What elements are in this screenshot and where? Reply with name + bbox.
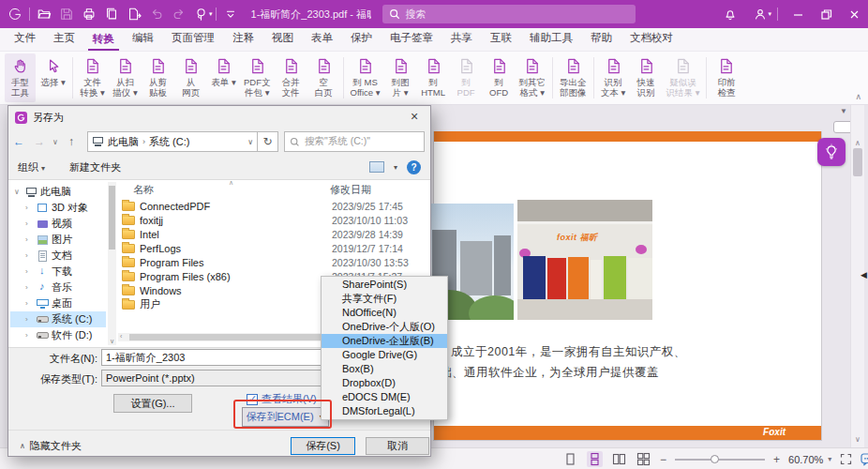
toolbar-combine-files[interactable]: 合并 文件 [276,53,307,102]
ecm-menu-item-eDOCS DM(E)[interactable]: eDOCS DM(E) [322,390,447,404]
notification-bell-icon[interactable] [719,3,741,25]
titlebar-search-box[interactable]: 搜索 [382,5,636,23]
help-icon[interactable]: ? [407,160,421,174]
back-button[interactable]: ← [8,135,29,148]
address-bar[interactable]: 此电脑 › 系统 (C:) ∨ [87,131,258,152]
toolbar-hand-tool[interactable]: 手型 工具 [5,53,36,102]
tab-表单[interactable]: 表单 [307,27,337,51]
new-folder-button[interactable]: 新建文件夹 [69,160,121,174]
tree-item-音乐[interactable]: ›音乐 [10,280,106,295]
tab-页面管理[interactable]: 页面管理 [167,27,219,51]
up-button[interactable]: ↑ [61,135,82,148]
toolbar-quick-recognize[interactable]: 快速 识别 [631,53,662,102]
continuous-page-view-icon[interactable] [587,451,603,467]
minimize-button[interactable] [784,0,812,28]
tree-scrollbar[interactable]: ∨ [108,182,116,345]
scroll-left-icon[interactable]: ‹ [120,333,122,340]
ecm-menu-item-NdOffice(N)[interactable]: NdOffice(N) [322,306,447,320]
collapsed-chevron-icon[interactable]: › [25,299,34,308]
tab-文件[interactable]: 文件 [9,27,40,51]
tree-item-3D 对象[interactable]: ›3D 对象 [10,200,106,216]
toolbar-blank-page[interactable]: 空 白页 [308,53,339,102]
ai-assistant-button[interactable] [817,138,846,166]
zoom-out-button[interactable]: − [660,453,666,466]
zoom-slider-knob[interactable] [711,455,719,463]
refresh-button[interactable]: ↻ [258,131,278,152]
tree-item-视频[interactable]: ›视频 [10,216,106,232]
collapsed-chevron-icon[interactable]: › [25,267,34,276]
open-file-icon[interactable] [33,3,55,25]
toolbar-from-clipboard[interactable]: 从剪 贴板 [142,53,173,102]
expanded-chevron-icon[interactable]: ∨ [14,188,22,196]
pdf-page[interactable]: foxit 福昕 成立于2001年，是一家拥有自主知识产权、 础、通用软件企业，… [433,131,822,441]
restore-window-button[interactable] [812,0,840,28]
settings-button[interactable]: 设置(G)... [113,394,192,413]
tree-item-文档[interactable]: ›文档 [10,248,106,264]
column-header-date[interactable]: 修改日期 [330,183,371,197]
toolbar-select-tool[interactable]: 选择 ▾ [37,53,68,102]
chat-feedback-icon[interactable] [861,453,868,466]
tab-电子签章[interactable]: 电子签章 [385,27,438,51]
tab-共享[interactable]: 共享 [446,27,477,51]
toolbar-from-web[interactable]: 从 网页 [175,53,206,102]
hide-folders-button[interactable]: ∧ 隐藏文件夹 [20,439,82,453]
address-dropdown-icon[interactable]: ∨ [247,138,253,146]
toolbar-export-all-images[interactable]: 导出全 部图像 [557,53,590,102]
toolbar-preflight[interactable]: 印前 检查 [711,53,741,102]
facing-page-view-icon[interactable] [611,451,627,467]
ecm-menu-item-Box(B)[interactable]: Box(B) [322,362,447,376]
scroll-up-icon[interactable]: ∧ [851,139,864,147]
close-window-button[interactable] [840,0,868,28]
ecm-menu-item-Dropbox(D)[interactable]: Dropbox(D) [322,376,447,390]
tab-文档校对[interactable]: 文档校对 [625,27,678,51]
ecm-menu-item-OneDrive-企业版(B)[interactable]: OneDrive-企业版(B) [322,334,447,348]
tree-item-系统 (C:)[interactable]: ›系统 (C:) [10,311,106,327]
toolbar-file-convert[interactable]: 文件 转换 ▾ [77,53,108,102]
ecm-menu-item-SharePoint(S)[interactable]: SharePoint(S) [322,278,447,292]
file-row-foxitjj[interactable]: foxitjj2023/10/10 11:03 [118,213,427,227]
tab-注释[interactable]: 注释 [228,27,259,51]
ecm-menu-item-OneDrive-个人版(O)[interactable]: OneDrive-个人版(O) [322,320,447,334]
tree-scroll-down-icon[interactable]: ∨ [108,338,116,345]
collapse-ribbon-icon[interactable]: ∧ [855,92,861,101]
breadcrumb-current[interactable]: 系统 (C:) [149,135,189,149]
tab-视图[interactable]: 视图 [267,27,298,51]
toolbar-to-other-format[interactable]: 到其它 格式 ▾ [516,53,549,102]
organize-button[interactable]: 组织 ▾ [18,160,45,174]
print-icon[interactable] [78,3,100,25]
toolbar-to-image[interactable]: 到图 片 ▾ [385,53,416,102]
dialog-close-button[interactable]: × [398,106,430,127]
breadcrumb-root[interactable]: 此电脑 [108,135,139,149]
toolbar-recognize-text[interactable]: 识别 文本 ▾ [598,53,629,102]
tab-辅助工具[interactable]: 辅助工具 [525,27,577,51]
tab-保护[interactable]: 保护 [346,27,377,51]
ecm-menu-item-共享文件(F)[interactable]: 共享文件(F) [322,292,447,306]
zoom-slider[interactable] [675,459,765,461]
file-row-ConnectedPDF[interactable]: ConnectedPDF2023/9/25 17:45 [118,199,427,213]
file-row-Intel[interactable]: Intel2023/9/28 14:39 [118,227,427,241]
view-options-caret[interactable]: ▾ [394,163,397,172]
tab-帮助[interactable]: 帮助 [586,27,617,51]
toolbar-to-ms-office[interactable]: 到 MS Office ▾ [348,53,383,102]
toolbar-from-scanner[interactable]: 从扫 描仪 ▾ [110,53,141,102]
collapsed-chevron-icon[interactable]: › [25,315,34,324]
quick-access-chevron-icon[interactable] [219,3,242,25]
history-dropdown-icon[interactable]: ∨ [50,138,61,146]
toolbar-pdf-portfolio[interactable]: PDF文 件包 ▾ [241,53,274,102]
view-options-icon[interactable] [369,161,384,173]
collapsed-chevron-icon[interactable]: › [25,251,34,260]
tree-scrollbar-thumb[interactable] [109,186,115,250]
collapsed-chevron-icon[interactable]: › [25,331,34,340]
tab-转换[interactable]: 转换 [88,28,119,52]
toolbar-to-ofd[interactable]: 到 OFD [484,53,515,102]
file-row-Program Files[interactable]: Program Files2023/10/30 13:53 [118,255,427,269]
ecm-menu-item-Google Drive(G)[interactable]: Google Drive(G) [322,348,447,362]
toolbar-to-html[interactable]: 到 HTML [418,53,449,102]
tree-item-此电脑[interactable]: ∨此电脑 [10,184,106,200]
column-header-name[interactable]: 名称 [133,183,154,197]
tab-互联[interactable]: 互联 [486,27,516,51]
collapsed-chevron-icon[interactable]: › [25,204,34,212]
single-page-view-icon[interactable] [562,451,578,467]
tree-item-下载[interactable]: ›下载 [10,264,106,280]
dialog-search-box[interactable]: 搜索"系统 (C:)" [284,131,425,152]
